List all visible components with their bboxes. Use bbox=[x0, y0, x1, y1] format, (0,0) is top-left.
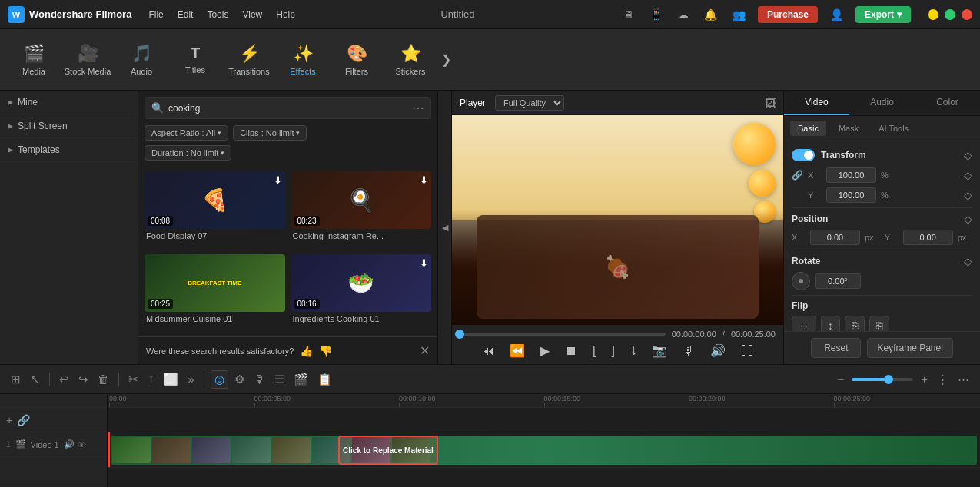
tool-media[interactable]: 🎬 Media bbox=[8, 33, 60, 87]
search-input[interactable] bbox=[168, 103, 407, 114]
screenshot-icon[interactable]: 🖼 bbox=[765, 97, 776, 109]
timeline-delete-button[interactable]: 🗑 bbox=[95, 371, 112, 387]
export-button[interactable]: Export ▾ bbox=[855, 6, 911, 23]
thumbnail-midsummer-cuisine[interactable]: 00:25 Midsummer Cuisine 01 bbox=[145, 254, 285, 331]
timeline-clip-button[interactable]: 🎬 bbox=[291, 371, 311, 388]
menu-help[interactable]: Help bbox=[276, 9, 295, 20]
voiceover-button[interactable]: 🎙 bbox=[679, 343, 698, 359]
rotate-dial[interactable] bbox=[792, 272, 810, 290]
audio-settings-button[interactable]: 🔊 bbox=[707, 342, 729, 359]
timeline-settings-button[interactable]: ⚙ bbox=[231, 371, 247, 388]
clips-filter[interactable]: Clips : No limit ▾ bbox=[233, 125, 307, 141]
timeline-grid-button[interactable]: ⋮ bbox=[934, 371, 952, 388]
panel-collapse-button[interactable]: ◀ bbox=[438, 91, 452, 364]
track-visibility-toggle[interactable]: 👁 bbox=[78, 439, 86, 449]
toolbar-more-arrow[interactable]: ❯ bbox=[441, 52, 451, 67]
search-more-button[interactable]: ⋯ bbox=[412, 101, 424, 115]
link-track-button[interactable]: 🔗 bbox=[17, 414, 30, 426]
thumbs-down-button[interactable]: 👎 bbox=[319, 345, 332, 357]
tab-video[interactable]: Video bbox=[784, 91, 849, 115]
zoom-slider[interactable] bbox=[852, 378, 913, 381]
video-clip[interactable] bbox=[111, 436, 977, 465]
timeline-more-button[interactable]: » bbox=[184, 371, 197, 387]
fullscreen-button[interactable]: ⛶ bbox=[738, 343, 756, 359]
thumbnail-ingredients-cooking[interactable]: 00:16 ⬇ Ingredients Cooking 01 bbox=[291, 254, 432, 331]
zoom-in-button[interactable]: + bbox=[918, 371, 931, 387]
thumbs-up-button[interactable]: 👍 bbox=[300, 345, 313, 357]
flip-copy-h-button[interactable]: ⎘ bbox=[845, 316, 865, 331]
device-icon[interactable]: 📱 bbox=[646, 7, 666, 22]
menu-file[interactable]: File bbox=[148, 9, 163, 20]
rotate-keyframe[interactable]: ◇ bbox=[964, 255, 972, 267]
sidebar-item-split-screen[interactable]: ▶ Split Screen bbox=[0, 114, 138, 138]
timeline-scenes-button[interactable]: ⊞ bbox=[8, 371, 24, 388]
zoom-out-button[interactable]: − bbox=[834, 371, 847, 387]
scale-x-input[interactable] bbox=[826, 167, 876, 183]
pos-y-input[interactable] bbox=[903, 230, 953, 245]
monitor-icon[interactable]: 🖥 bbox=[620, 7, 637, 22]
track-audio-toggle[interactable]: 🔊 bbox=[64, 439, 75, 449]
rotate-input[interactable] bbox=[815, 273, 861, 289]
subtab-ai-tools[interactable]: AI Tools bbox=[871, 121, 916, 136]
tool-filters[interactable]: 🎨 Filters bbox=[331, 33, 383, 87]
timeline-active-tool[interactable]: ◎ bbox=[211, 370, 228, 389]
reset-button[interactable]: Reset bbox=[811, 338, 861, 358]
sidebar-item-templates[interactable]: ▶ Templates bbox=[0, 138, 138, 162]
pos-x-input[interactable] bbox=[810, 230, 860, 245]
menu-tools[interactable]: Tools bbox=[207, 9, 228, 20]
user-avatar[interactable]: 👤 bbox=[827, 7, 846, 22]
replace-material-overlay[interactable]: Click to Replace Material bbox=[338, 436, 438, 465]
flip-copy-v-button[interactable]: ⎗ bbox=[869, 316, 889, 331]
timeline-track-button[interactable]: 📋 bbox=[314, 371, 335, 388]
skip-back-button[interactable]: ⏮ bbox=[479, 343, 497, 359]
subtab-mask[interactable]: Mask bbox=[831, 121, 866, 136]
quality-selector[interactable]: Full Quality 1/2 Quality 1/4 Quality bbox=[495, 95, 564, 111]
timeline-select-button[interactable]: ↖ bbox=[27, 371, 43, 388]
scale-x-keyframe[interactable]: ◇ bbox=[964, 169, 972, 181]
add-to-timeline-button[interactable]: ⤵ bbox=[627, 343, 639, 359]
timeline-cut-button[interactable]: ✂ bbox=[125, 371, 141, 388]
scale-y-keyframe[interactable]: ◇ bbox=[964, 189, 972, 201]
aspect-ratio-filter[interactable]: Aspect Ratio : All ▾ bbox=[145, 125, 228, 141]
minimize-button[interactable] bbox=[928, 9, 938, 20]
tool-effects[interactable]: ✨ Effects bbox=[277, 33, 329, 87]
tab-color[interactable]: Color bbox=[915, 91, 980, 115]
thumbnail-food-display-07[interactable]: 00:08 ⬇ Food Display 07 bbox=[145, 171, 285, 248]
purchase-button[interactable]: Purchase bbox=[758, 6, 818, 23]
player-tab[interactable]: Player bbox=[460, 98, 486, 108]
community-icon[interactable]: 👥 bbox=[729, 7, 749, 22]
tab-audio[interactable]: Audio bbox=[849, 91, 915, 115]
tool-titles[interactable]: T Titles bbox=[169, 33, 221, 87]
flip-vertical-button[interactable]: ↕ bbox=[821, 316, 840, 331]
close-button[interactable] bbox=[962, 9, 972, 20]
sidebar-item-mine[interactable]: ▶ Mine bbox=[0, 91, 138, 114]
timeline-redo-button[interactable]: ↪ bbox=[75, 371, 91, 388]
position-keyframe[interactable]: ◇ bbox=[964, 213, 972, 225]
play-button[interactable]: ▶ bbox=[537, 342, 553, 359]
stop-button[interactable]: ⏹ bbox=[562, 343, 580, 359]
timeline-text-button[interactable]: T bbox=[145, 371, 158, 387]
progress-bar[interactable] bbox=[460, 333, 666, 336]
tool-audio[interactable]: 🎵 Audio bbox=[115, 33, 168, 87]
feedback-close-button[interactable]: ✕ bbox=[420, 343, 430, 358]
maximize-button[interactable] bbox=[945, 9, 955, 20]
transform-keyframe-button[interactable]: ◇ bbox=[964, 149, 972, 161]
timeline-more2-button[interactable]: ☰ bbox=[271, 371, 287, 388]
keyframe-panel-button[interactable]: Keyframe Panel bbox=[867, 338, 952, 358]
mark-in-button[interactable]: [ bbox=[590, 343, 599, 359]
timeline-crop-button[interactable]: ⬜ bbox=[161, 371, 181, 388]
timeline-undo-button[interactable]: ↩ bbox=[56, 371, 72, 388]
prev-frame-button[interactable]: ⏪ bbox=[507, 342, 528, 359]
mark-out-button[interactable]: ] bbox=[609, 343, 618, 359]
timeline-audio-button[interactable]: 🎙 bbox=[251, 371, 268, 387]
flip-horizontal-button[interactable]: ↔ bbox=[792, 316, 816, 331]
timeline-layout-button[interactable]: ⋯ bbox=[955, 371, 972, 388]
tool-stickers[interactable]: ⭐ Stickers bbox=[384, 33, 437, 87]
notification-icon[interactable]: 🔔 bbox=[701, 7, 720, 22]
subtab-basic[interactable]: Basic bbox=[790, 121, 826, 136]
duration-filter[interactable]: Duration : No limit ▾ bbox=[145, 145, 231, 161]
menu-view[interactable]: View bbox=[242, 9, 262, 20]
snapshot-button[interactable]: 📷 bbox=[649, 342, 670, 359]
upload-icon[interactable]: ☁ bbox=[675, 7, 692, 22]
add-track-button[interactable]: + bbox=[6, 414, 12, 426]
